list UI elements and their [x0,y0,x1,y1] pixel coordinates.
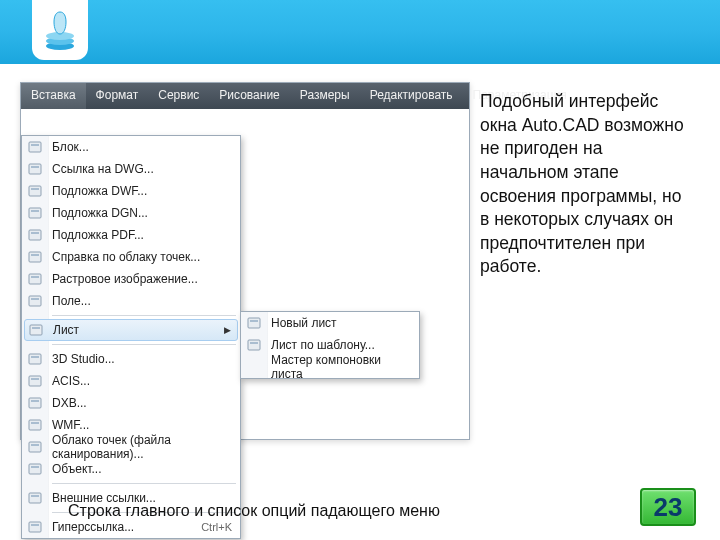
autocad-window: ВставкаФорматСервисРисованиеРазмерыРедак… [20,82,470,440]
menu-item-label: ACIS... [52,374,232,388]
svg-rect-11 [31,144,39,146]
svg-rect-45 [250,320,258,322]
link-icon [26,519,44,535]
svg-rect-42 [29,522,41,532]
newsheet-icon [245,315,263,331]
menu-item-label: Растровое изображение... [52,272,232,286]
menu-item-label: Подложка DGN... [52,206,232,220]
svg-rect-41 [31,495,39,497]
divider-band [0,64,720,82]
menu-item[interactable]: Размеры [290,83,360,109]
menu-item-label: Подложка PDF... [52,228,232,242]
menu-item[interactable]: Сервис [148,83,209,109]
svg-rect-32 [29,398,41,408]
svg-rect-27 [32,327,40,329]
dwg-icon [26,161,44,177]
menu-item[interactable]: DXB... [22,392,240,414]
svg-rect-15 [31,188,39,190]
pcloud-icon [26,249,44,265]
svg-rect-14 [29,186,41,196]
svg-rect-10 [29,142,41,152]
menu-item[interactable]: ACIS... [22,370,240,392]
blank-icon [245,359,263,375]
svg-rect-30 [29,376,41,386]
menu-item[interactable]: Мастер компоновки листа [241,356,419,378]
svg-rect-25 [31,298,39,300]
insert-menu-dropdown: Блок...Ссылка на DWG...Подложка DWF...По… [21,135,241,539]
svg-rect-43 [31,524,39,526]
svg-rect-35 [31,422,39,424]
menu-item-label: Лист по шаблону... [271,338,411,352]
menu-separator [52,344,236,345]
menu-item-label: Объект... [52,462,232,476]
menu-item-label: Лист [53,323,224,337]
explanatory-text: Подобный интерфейс окна Auto.CAD возможн… [480,90,685,279]
menu-item[interactable]: Растровое изображение... [22,268,240,290]
menu-item-label: Справка по облаку точек... [52,250,232,264]
ole-icon [26,461,44,477]
svg-rect-33 [31,400,39,402]
svg-rect-23 [31,276,39,278]
menu-separator [52,483,236,484]
sheet-icon [27,322,45,338]
menu-item[interactable]: Поле... [22,290,240,312]
svg-rect-22 [29,274,41,284]
menu-item[interactable]: Редактировать [360,83,463,109]
menu-item-label: Гиперссылка... [52,520,201,534]
menu-item[interactable]: 3D Studio... [22,348,240,370]
menu-item[interactable]: Подложка DWF... [22,180,240,202]
page-number-badge: 23 [640,488,696,526]
svg-rect-31 [31,378,39,380]
menu-item-label: 3D Studio... [52,352,232,366]
submenu-arrow-icon: ▶ [224,325,231,335]
3ds-icon [26,351,44,367]
menu-item[interactable]: Рисование [209,83,289,109]
svg-rect-20 [29,252,41,262]
menu-item-label: WMF... [52,418,232,432]
slide-header-band [0,0,720,64]
menu-item[interactable]: Подложка PDF... [22,224,240,246]
svg-rect-13 [31,166,39,168]
svg-rect-18 [29,230,41,240]
book-stack-icon [42,8,78,52]
pcloud2-icon [26,439,44,455]
menu-item[interactable]: Облако точек (файла сканирования)... [22,436,240,458]
svg-rect-28 [29,354,41,364]
menu-item[interactable]: Новый лист [241,312,419,334]
menu-item[interactable]: Лист▶ [24,319,238,341]
menubar: ВставкаФорматСервисРисованиеРазмерыРедак… [21,83,469,109]
wmf-icon [26,417,44,433]
dxb-icon [26,395,44,411]
acis-icon [26,373,44,389]
menu-shortcut: Ctrl+K [201,521,232,533]
svg-rect-38 [29,464,41,474]
svg-rect-12 [29,164,41,174]
menu-item-label: DXB... [52,396,232,410]
svg-rect-39 [31,466,39,468]
svg-rect-16 [29,208,41,218]
menu-item-label: Подложка DWF... [52,184,232,198]
svg-rect-37 [31,444,39,446]
svg-rect-47 [250,342,258,344]
menu-item[interactable]: Формат [86,83,149,109]
svg-rect-36 [29,442,41,452]
logo-badge [32,0,88,60]
svg-rect-17 [31,210,39,212]
menu-item[interactable]: Вставка [21,83,86,109]
svg-rect-44 [248,318,260,328]
menu-item[interactable]: Ссылка на DWG... [22,158,240,180]
svg-rect-40 [29,493,41,503]
menu-item[interactable]: Блок... [22,136,240,158]
svg-rect-24 [29,296,41,306]
menu-item[interactable]: Объект... [22,458,240,480]
menu-item-label: Ссылка на DWG... [52,162,232,176]
sheet-submenu: Новый листЛист по шаблону...Мастер компо… [240,311,420,379]
xref-icon [26,490,44,506]
field-icon [26,293,44,309]
menu-item[interactable]: Справка по облаку точек... [22,246,240,268]
menu-item-label: Новый лист [271,316,411,330]
menu-separator [52,315,236,316]
menu-item[interactable]: Подложка DGN... [22,202,240,224]
block-icon [26,139,44,155]
menu-item-label: Облако точек (файла сканирования)... [52,433,232,461]
